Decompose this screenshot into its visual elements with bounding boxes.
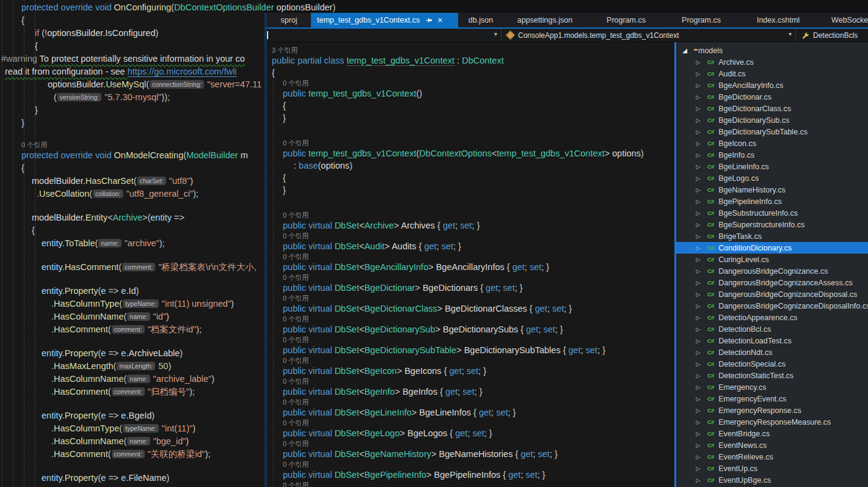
- tree-item-brigetask-cs[interactable]: ▷C#BrigeTask.cs: [676, 230, 868, 242]
- code-token: BgeAncillaryInfo: [364, 262, 428, 272]
- tree-item-bgeicon-cs[interactable]: ▷C#BgeIcon.cs: [676, 137, 868, 149]
- expander-collapsed-icon[interactable]: ▷: [695, 59, 702, 65]
- expander-open-icon[interactable]: ◢: [681, 47, 688, 54]
- expander-collapsed-icon[interactable]: ▷: [695, 199, 702, 205]
- tree-item-emergencyresponsemeasure-cs[interactable]: ▷C#EmergencyResponseMeasure.cs: [676, 416, 868, 428]
- expander-collapsed-icon[interactable]: ▷: [695, 408, 702, 414]
- tree-item-emergency-cs[interactable]: ▷C#Emergency.cs: [676, 381, 868, 393]
- tree-item-bgelogo-cs[interactable]: ▷C#BgeLogo.cs: [676, 172, 868, 184]
- tab-websocketext[interactable]: WebSocketExt: [820, 13, 868, 27]
- expander-collapsed-icon[interactable]: ▷: [695, 384, 702, 390]
- tree-item-detectioappearence-cs[interactable]: ▷C#DetectioAppearence.cs: [676, 312, 868, 323]
- expander-collapsed-icon[interactable]: ▷: [695, 245, 702, 251]
- expander-collapsed-icon[interactable]: ▷: [695, 338, 702, 344]
- tree-item-bgeinfo-cs[interactable]: ▷C#BgeInfo.cs: [676, 149, 868, 161]
- expander-collapsed-icon[interactable]: ▷: [695, 291, 702, 298]
- code-token: >: [395, 387, 403, 397]
- solution-explorer[interactable]: ◢models▷C#Archive.cs▷C#Audit.cs▷C#BgeAnc…: [674, 42, 868, 487]
- tree-item-bgedictionarysub-cs[interactable]: ▷C#BgeDictionarySub.cs: [676, 114, 868, 126]
- tree-item-conditiondicionary-cs[interactable]: ▷C#ConditionDicionary.cs: [676, 242, 868, 254]
- expander-collapsed-icon[interactable]: ▷: [695, 222, 702, 228]
- expander-collapsed-icon[interactable]: ▷: [695, 106, 702, 112]
- code-token: {: [505, 262, 512, 272]
- type-dropdown[interactable]: ConsoleApp1.models.temp_test_gdbs_v1Cont…: [501, 29, 796, 42]
- expander-collapsed-icon[interactable]: ▷: [695, 71, 702, 77]
- expander-collapsed-icon[interactable]: ▷: [695, 280, 702, 286]
- expander-collapsed-icon[interactable]: ▷: [695, 477, 702, 483]
- tree-item-eventnews-cs[interactable]: ▷C#EventNews.cs: [676, 439, 868, 451]
- tab-index-cshtml[interactable]: Index.cshtml: [737, 13, 820, 27]
- expander-collapsed-icon[interactable]: ▷: [695, 233, 702, 240]
- expander-collapsed-icon[interactable]: ▷: [695, 175, 702, 181]
- expander-collapsed-icon[interactable]: ▷: [695, 350, 702, 356]
- expander-collapsed-icon[interactable]: ▷: [695, 187, 702, 193]
- tree-item-bgenamehistory-cs[interactable]: ▷C#BgeNameHistory.cs: [676, 184, 868, 196]
- expander-collapsed-icon[interactable]: ▷: [695, 326, 702, 332]
- expander-collapsed-icon[interactable]: ▷: [695, 268, 702, 274]
- tree-item-eventrelieve-cs[interactable]: ▷C#EventRelieve.cs: [676, 451, 868, 463]
- tree-item-detectionloadtest-cs[interactable]: ▷C#DetectionLoadTest.cs: [676, 335, 868, 346]
- expander-collapsed-icon[interactable]: ▷: [695, 152, 702, 158]
- expander-collapsed-icon[interactable]: ▷: [695, 419, 702, 425]
- expander-collapsed-icon[interactable]: ▷: [695, 373, 702, 379]
- close-icon[interactable]: ×: [437, 16, 442, 24]
- expander-collapsed-icon[interactable]: ▷: [695, 129, 702, 135]
- chevron-down-icon[interactable]: ▾: [789, 31, 792, 37]
- tree-item-detectionndt-cs[interactable]: ▷C#DetectionNdt.cs: [676, 346, 868, 358]
- tab-program-cs[interactable]: Program.cs: [586, 13, 666, 27]
- tab-sproj[interactable]: sproj: [267, 13, 311, 27]
- tree-item-archive-cs[interactable]: ▷C#Archive.cs: [676, 56, 868, 68]
- pin-icon[interactable]: [426, 17, 432, 24]
- tab-appsettings-json[interactable]: appsettings.json: [503, 13, 586, 27]
- expander-collapsed-icon[interactable]: ▷: [695, 303, 702, 309]
- tab-program-cs[interactable]: Program.cs: [666, 13, 737, 27]
- left-code-editor[interactable]: protected override void OnConfiguring(Db…: [0, 0, 264, 487]
- expander-collapsed-icon[interactable]: ▷: [695, 454, 702, 460]
- tree-item-dangerousbridgecognizancedisposal-cs[interactable]: ▷C#DangerousBridgeCognizanceDisposal.cs: [676, 288, 868, 300]
- tree-item-curinglevel-cs[interactable]: ▷C#CuringLevel.cs: [676, 254, 868, 265]
- expander-collapsed-icon[interactable]: ▷: [695, 442, 702, 449]
- code-token: {: [283, 101, 286, 111]
- member-dropdown[interactable]: DetectionBcls: [796, 29, 868, 42]
- tree-item-eventbridge-cs[interactable]: ▷C#EventBridge.cs: [676, 428, 868, 439]
- tree-item-emergencyresponse-cs[interactable]: ▷C#EmergencyResponse.cs: [676, 405, 868, 416]
- tab-temp-test-gdbs-v1context-cs[interactable]: temp_test_gdbs_v1Context.cs×: [311, 13, 458, 27]
- expander-collapsed-icon[interactable]: ▷: [695, 94, 702, 100]
- expander-collapsed-icon[interactable]: ▷: [695, 431, 702, 437]
- tree-item-bgedictionarclass-cs[interactable]: ▷C#BgeDictionarClass.cs: [676, 103, 868, 114]
- expander-collapsed-icon[interactable]: ▷: [695, 82, 702, 89]
- tree-item-bgedictionarysubtable-cs[interactable]: ▷C#BgeDictionarySubTable.cs: [676, 126, 868, 137]
- tree-item-dangerousbridgecognizancedisposalinfo-cs[interactable]: ▷C#DangerousBridgeCognizanceDisposalInfo…: [676, 300, 868, 312]
- tree-item-dangerousbridgecognizance-cs[interactable]: ▷C#DangerousBridgeCognizance.cs: [676, 265, 868, 277]
- tree-item-bgelineinfo-cs[interactable]: ▷C#BgeLineInfo.cs: [676, 161, 868, 172]
- tree-item-detectionstatictest-cs[interactable]: ▷C#DetectionStaticTest.cs: [676, 370, 868, 381]
- tree-item-eventup-cs[interactable]: ▷C#EventUp.cs: [676, 463, 868, 474]
- tree-item-audit-cs[interactable]: ▷C#Audit.cs: [676, 68, 868, 79]
- expander-collapsed-icon[interactable]: ▷: [695, 315, 702, 321]
- tree-item-dangerousbridgecognizanceassess-cs[interactable]: ▷C#DangerousBridgeCognizanceAssess.cs: [676, 277, 868, 288]
- csharp-file-icon: C#: [707, 233, 714, 240]
- tree-item-bgeancillaryinfo-cs[interactable]: ▷C#BgeAncillaryInfo.cs: [676, 79, 868, 91]
- tree-item-models[interactable]: ◢models: [676, 45, 868, 56]
- tree-item-bgesubstructureinfo-cs[interactable]: ▷C#BgeSubstructureInfo.cs: [676, 207, 868, 219]
- project-dropdown[interactable]: ▾: [264, 29, 501, 42]
- middle-code-editor[interactable]: 3 个引用public partial class temp_test_gdbs…: [264, 42, 674, 487]
- tree-item-emergencyevent-cs[interactable]: ▷C#EmergencyEvent.cs: [676, 393, 868, 405]
- expander-collapsed-icon[interactable]: ▷: [695, 117, 702, 123]
- expander-collapsed-icon[interactable]: ▷: [695, 257, 702, 263]
- tree-item-bgesuperstructureinfo-cs[interactable]: ▷C#BgeSuperstructureInfo.cs: [676, 219, 868, 230]
- expander-collapsed-icon[interactable]: ▷: [695, 396, 702, 402]
- tree-item-detectionspecial-cs[interactable]: ▷C#DetectionSpecial.cs: [676, 358, 868, 370]
- expander-collapsed-icon[interactable]: ▷: [695, 210, 702, 216]
- tree-item-detectionbcl-cs[interactable]: ▷C#DetectionBcl.cs: [676, 323, 868, 335]
- tree-item-bgedictionar-cs[interactable]: ▷C#BgeDictionar.cs: [676, 91, 868, 103]
- code-token: ;: [525, 262, 530, 272]
- chevron-down-icon[interactable]: ▾: [494, 31, 497, 37]
- tab-db-json[interactable]: db.json: [458, 13, 503, 27]
- expander-collapsed-icon[interactable]: ▷: [695, 141, 702, 147]
- expander-collapsed-icon[interactable]: ▷: [695, 361, 702, 367]
- tree-item-eventupbge-cs[interactable]: ▷C#EventUpBge.cs: [676, 474, 868, 486]
- expander-collapsed-icon[interactable]: ▷: [695, 466, 702, 472]
- expander-collapsed-icon[interactable]: ▷: [695, 164, 702, 170]
- tree-item-bgepipelineinfo-cs[interactable]: ▷C#BgePipelineInfo.cs: [676, 196, 868, 207]
